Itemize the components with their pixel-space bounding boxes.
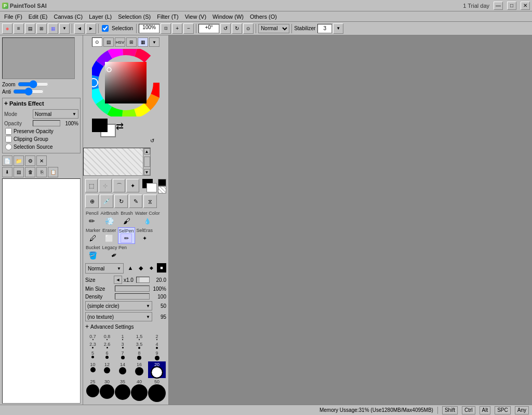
magic-wand-tool[interactable]: ✦	[126, 179, 139, 192]
brush-size-35[interactable]: 35	[115, 379, 130, 403]
brush-size-0.8[interactable]: 0.8	[100, 333, 114, 341]
brush-size-16[interactable]: 16	[131, 361, 148, 378]
legacypen-tool[interactable]: Legacy Pen ✒	[102, 244, 128, 261]
brush-size-8[interactable]: 8	[131, 350, 148, 361]
bucket-tool[interactable]: Bucket 🪣	[85, 244, 101, 261]
new-layer-button[interactable]: 📄	[2, 155, 12, 166]
brush-size-40[interactable]: 40	[131, 379, 148, 403]
rotate-ccw[interactable]: ↺	[220, 23, 231, 34]
alt-key[interactable]: Alt	[480, 406, 491, 414]
tb-prev[interactable]: ◄	[74, 23, 85, 34]
toolbox-fg-solid[interactable]	[158, 179, 166, 186]
zoom-out[interactable]: −	[183, 23, 194, 34]
canvas-area[interactable]	[169, 35, 532, 405]
shape-rect[interactable]: ■	[157, 263, 166, 273]
color-mode-hsv[interactable]: HSV	[115, 37, 125, 47]
brush-size-2.6[interactable]: 2.6	[100, 341, 114, 349]
zoom-in[interactable]: +	[172, 23, 182, 34]
airbrush-tool[interactable]: AirBrush 💨	[100, 210, 119, 227]
seleras-tool[interactable]: SelEras ✦	[136, 227, 154, 244]
brush-size-50[interactable]: 50	[148, 379, 166, 403]
size-decrease[interactable]: ◄	[114, 276, 122, 284]
toolbox-pattern[interactable]	[158, 186, 166, 193]
tb-align-left[interactable]: ≡	[14, 23, 24, 34]
brush-size-25[interactable]: 25	[86, 379, 99, 403]
menu-layer[interactable]: Layer (L)	[86, 13, 115, 20]
new-folder-button[interactable]: 📁	[14, 155, 24, 166]
brush-tool-btn[interactable]: Brush 🖌	[120, 210, 134, 227]
tb-arrow-down[interactable]: ▼	[59, 23, 70, 34]
ctrl-key[interactable]: Ctrl	[462, 406, 475, 414]
toolbox-bg-color[interactable]	[147, 183, 157, 192]
brush-size-1[interactable]: 1	[115, 333, 130, 341]
tb-next[interactable]: ►	[86, 23, 96, 34]
selpen-tool[interactable]: SelPen ✏	[118, 227, 135, 244]
density-track[interactable]	[115, 293, 150, 300]
rotate-reset[interactable]: ⊙	[243, 23, 254, 34]
stabilizer-input[interactable]: 3	[317, 24, 332, 33]
brush-size-14[interactable]: 14	[115, 361, 130, 378]
shift-key[interactable]: Shift	[442, 406, 458, 414]
brush-size-3[interactable]: 3	[115, 341, 130, 349]
menu-others[interactable]: Others (O)	[247, 13, 280, 20]
color-mode-wheel[interactable]: ⊙	[92, 37, 102, 47]
marker-tool[interactable]: Marker 🖊	[85, 227, 101, 244]
any-key[interactable]: Any	[515, 406, 529, 414]
selection-source-radio[interactable]	[5, 144, 12, 150]
brush-size-20[interactable]: 20	[148, 361, 166, 378]
mode-dropdown[interactable]: Normal ▼	[33, 109, 78, 119]
selection-tool[interactable]: ⬚	[85, 179, 98, 192]
brush-blend-dropdown[interactable]: Normal ▼	[85, 263, 124, 274]
min-size-track[interactable]	[115, 286, 150, 292]
paste-button[interactable]: 📋	[48, 167, 58, 177]
menu-window[interactable]: Window (W)	[209, 13, 247, 20]
tb-align-grid[interactable]: ⊞	[36, 23, 47, 34]
blend-mode-dropdown[interactable]: Normal	[258, 24, 289, 33]
tb-color-circle[interactable]: ●	[2, 23, 12, 34]
preserve-opacity-checkbox[interactable]	[5, 128, 12, 135]
shape-mid[interactable]: ◆	[136, 263, 145, 273]
clear-button[interactable]: 🗑	[25, 167, 35, 177]
brush-size-6[interactable]: 6	[100, 350, 114, 361]
rotate-cw[interactable]: ↻	[232, 23, 242, 34]
brush-size-12[interactable]: 12	[100, 361, 114, 378]
brush-size-3.5[interactable]: 3.5	[131, 341, 148, 349]
clipping-group-checkbox[interactable]	[5, 136, 12, 142]
brush-size-0.7[interactable]: 0.7	[86, 333, 99, 341]
rotation-value[interactable]: +0°	[198, 24, 219, 33]
rotate-tool[interactable]: ↻	[114, 194, 128, 208]
shape-triangle[interactable]: ▲	[126, 263, 135, 273]
tb-align-center[interactable]: ▤	[25, 23, 35, 34]
zoom-tool[interactable]: ⊕	[85, 194, 99, 208]
pattern-scroll-up[interactable]: ▲	[144, 148, 150, 154]
menu-view[interactable]: View (V)	[182, 13, 209, 20]
brush-size-1.5[interactable]: 1.5	[131, 333, 148, 341]
color-mode-palette[interactable]: ▦	[138, 37, 148, 47]
navigator-tool[interactable]: ⧖	[143, 194, 157, 208]
stabilizer-dropdown[interactable]: ▼	[333, 23, 343, 34]
selection-checkbox[interactable]	[102, 25, 109, 32]
advanced-settings-toggle[interactable]: + Advanced Settings	[85, 323, 166, 330]
zoom-value[interactable]: 100%	[139, 24, 159, 33]
delete-layer-button[interactable]: ✕	[36, 155, 47, 166]
minimize-button[interactable]: —	[494, 2, 503, 10]
layer-settings-button[interactable]: ⚙	[25, 155, 35, 166]
paints-effect-toggle[interactable]: +	[4, 100, 8, 107]
brush-size-10[interactable]: 10	[86, 361, 99, 378]
menu-selection[interactable]: Selection (S)	[115, 13, 154, 20]
brush-size-9[interactable]: 9	[148, 350, 166, 361]
lasso-tool[interactable]: ⌒	[113, 179, 125, 192]
menu-filter[interactable]: Filter (T)	[154, 13, 182, 20]
brush-size-2[interactable]: 2	[148, 333, 166, 341]
watercolor-tool[interactable]: Water Color 💧	[135, 210, 161, 227]
pattern-scroll-thumb[interactable]	[144, 157, 150, 167]
texture-dropdown[interactable]: (no texture) ▼	[85, 312, 152, 321]
pencil-tool[interactable]: Pencil ✏	[85, 210, 99, 227]
restore-button[interactable]: □	[507, 2, 516, 10]
size-track[interactable]	[136, 277, 150, 283]
zoom-slider[interactable]	[18, 81, 49, 87]
copy-button[interactable]: ⎘	[36, 167, 47, 177]
brush-size-7[interactable]: 7	[115, 350, 130, 361]
circle-dropdown[interactable]: (simple circle) ▼	[85, 301, 152, 310]
brush-size-5[interactable]: 5	[86, 350, 99, 361]
